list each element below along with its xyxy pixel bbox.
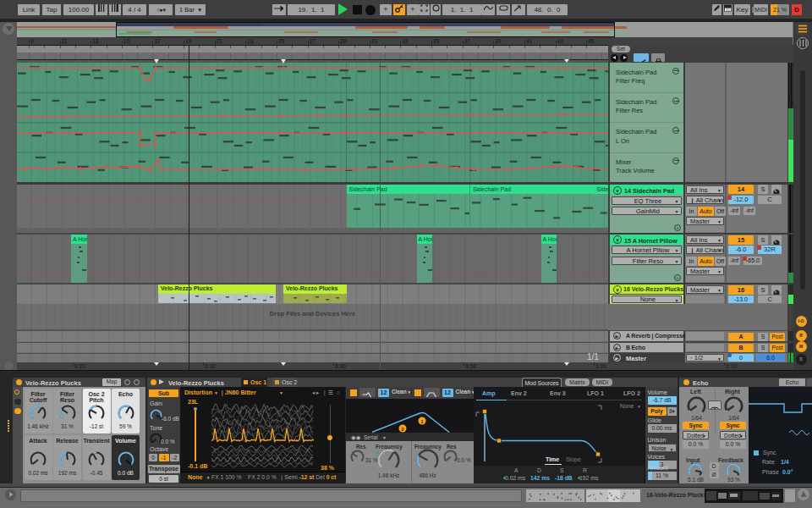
svg-text:Phase: Phase [762,469,779,475]
svg-text:0.0°: 0.0° [782,469,793,475]
svg-text:1/4: 1/4 [781,459,789,465]
svg-text:Sync: Sync [763,450,776,456]
svg-text:Rate: Rate [762,459,775,465]
